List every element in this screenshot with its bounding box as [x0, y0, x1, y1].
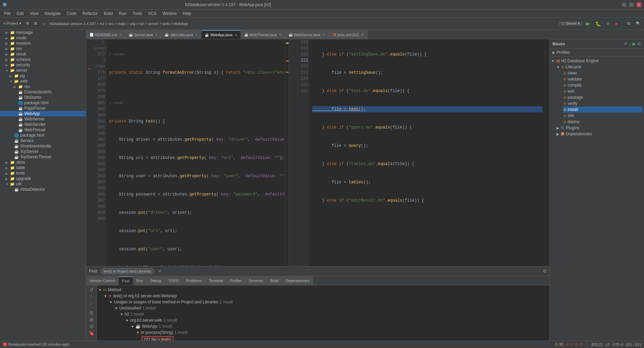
tree-item-webserver[interactable]: ▶ ☕ WebServer: [0, 116, 86, 122]
tree-item-tcpserverthread[interactable]: ▶ ☕ TcpServerThread: [0, 154, 86, 160]
tree-item-web[interactable]: ▼ 📂 web: [0, 78, 86, 84]
maven-lifecycle-item[interactable]: ▼ ⚙ Lifecycle: [556, 64, 643, 70]
bottom-tab-terminal[interactable]: Terminal: [205, 276, 227, 285]
tree-item-pg[interactable]: ▶ 📁 pg: [0, 73, 86, 78]
tab-jdbcutils[interactable]: ☕ JdbcUtils.java ✕: [161, 30, 201, 39]
tree-item-packagehtml[interactable]: ▶ 🌐 package.html: [0, 100, 86, 106]
bottom-tab-problems[interactable]: Problems: [183, 276, 205, 285]
tree-item-service[interactable]: ▶ ☕ Service: [0, 138, 86, 143]
bottom-tab-find[interactable]: Find: [119, 276, 133, 285]
usage-method-header[interactable]: ▼ m Method: [98, 287, 548, 293]
toolbar-minimize-sidebar[interactable]: ◁: [40, 20, 47, 27]
code-area-left[interactable]: 2 usages private static String formatAsE…: [106, 39, 285, 266]
menu-navigate[interactable]: Navigate: [42, 10, 63, 17]
usages-up-btn[interactable]: ↑: [90, 294, 93, 299]
tree-item-webservlet[interactable]: ▶ ☕ WebServlet: [0, 122, 86, 127]
menu-refactor[interactable]: Refactor: [80, 10, 100, 17]
maven-refresh-btn[interactable]: ↺: [624, 41, 627, 46]
menu-tools[interactable]: Tools: [130, 10, 145, 17]
find-badge[interactable]: test() in Project and Libraries: [101, 268, 154, 274]
tab-close-server[interactable]: ✕: [155, 33, 157, 37]
tab-server[interactable]: ☕ Server.java ✕: [125, 30, 161, 39]
coverage-button[interactable]: ⊙: [604, 20, 612, 27]
bottom-tab-todo[interactable]: TODO: [165, 276, 183, 285]
maven-root-item[interactable]: ▼ 🍂 H2 Database Engine: [551, 58, 643, 64]
menu-code[interactable]: Code: [64, 10, 79, 17]
tree-item-res[interactable]: ▶ 📁 res: [0, 46, 86, 51]
tab-close-jdbc[interactable]: ✕: [195, 33, 198, 37]
tab-webserver[interactable]: ☕ WebServer.java ✕: [285, 30, 328, 39]
project-button[interactable]: ≡ Project ▾: [1, 20, 23, 27]
usage-h2-header[interactable]: ▼ h2 1 result: [120, 311, 548, 317]
tree-item-tools[interactable]: ▶ 📁 tools: [0, 170, 86, 176]
tab-close-pom[interactable]: ✕: [361, 33, 364, 37]
tree-item-tcpserver[interactable]: ▶ ☕ TcpServer: [0, 149, 86, 154]
window-controls[interactable]: — □ ✕: [622, 2, 641, 7]
error-count-4[interactable]: ⊗ 4: [566, 342, 572, 347]
bottom-tab-build[interactable]: Build: [267, 276, 282, 285]
run-button[interactable]: ▶: [584, 19, 592, 28]
tree-item-upgrade[interactable]: ▶ 📁 upgrade: [0, 176, 86, 181]
usages-expand-btn[interactable]: ⊟: [90, 324, 94, 329]
tree-item-webapp[interactable]: ▶ ☕ WebApp: [0, 111, 86, 116]
maven-settings-btn[interactable]: ⚙: [637, 41, 641, 46]
tab-close-webapp[interactable]: ✕: [234, 33, 237, 37]
usages-filter-btn[interactable]: ⊞: [90, 317, 94, 322]
menu-build[interactable]: Build: [101, 10, 116, 17]
maven-profiles-item[interactable]: ▶ Profiles: [552, 49, 641, 55]
close-button[interactable]: ✕: [637, 2, 641, 7]
tab-close-webserver[interactable]: ✕: [322, 33, 325, 37]
maven-site-item[interactable]: ⚙ site: [563, 113, 643, 119]
bottom-tab-run[interactable]: Run: [133, 276, 147, 285]
maven-deploy-item[interactable]: ⚙ deploy: [563, 119, 643, 125]
maven-plugins-item[interactable]: ▶ 🔌 Plugins: [556, 125, 643, 131]
maven-test-item[interactable]: ⚙ test: [563, 88, 643, 94]
search-everywhere[interactable]: 🔍: [634, 20, 643, 27]
tree-item-server[interactable]: ▼ 📂 server: [0, 68, 86, 73]
tree-item-connectioninfo[interactable]: ▶ ☕ ConnectionInfo: [0, 89, 86, 95]
menu-window[interactable]: Window: [160, 10, 180, 17]
bottom-tab-debug[interactable]: Debug: [147, 276, 165, 285]
code-area-right[interactable]: } else if ("settingSave.do".equals(file)…: [309, 39, 545, 266]
maximize-button[interactable]: □: [629, 2, 634, 7]
tab-webapp[interactable]: ☕ WebApp.java ✕: [201, 30, 241, 39]
usage-process-header[interactable]: ▼ m process(String) 1 result: [136, 329, 548, 335]
maven-clean-item[interactable]: ⚙ clean: [563, 70, 643, 76]
menu-file[interactable]: File: [1, 10, 13, 17]
stop-button[interactable]: ■: [613, 20, 619, 27]
usage-usages-header[interactable]: ▼ Usages or usages of base method in Pro…: [109, 299, 548, 305]
menu-run[interactable]: Run: [116, 10, 129, 17]
menu-vcs[interactable]: VCS: [145, 10, 159, 17]
menu-view[interactable]: View: [27, 10, 41, 17]
usage-result-box[interactable]: 221 file = test();: [142, 336, 174, 341]
bottom-tab-services[interactable]: Services: [246, 276, 267, 285]
minimize-button[interactable]: —: [622, 2, 626, 7]
bottom-tab-version-control[interactable]: Version Control: [86, 276, 119, 285]
maven-dependencies-item[interactable]: ▶ 📦 Dependencies: [556, 131, 643, 137]
maven-validate-item[interactable]: ⚙ validate: [563, 76, 643, 82]
maven-install-item[interactable]: ⚙ install: [563, 107, 643, 113]
tree-item-pageparser[interactable]: ▶ ☕ PageParser: [0, 106, 86, 111]
usage-test-header[interactable]: ▼ ⊗ test() of org.h2.server.web.WebApp: [104, 293, 548, 299]
usage-package-header[interactable]: ▼ org.h2.server.web 1 result: [125, 317, 548, 323]
tree-item-store[interactable]: ▶ 📁 store: [0, 160, 86, 165]
tab-pomxml[interactable]: 🍂 pom.xml (h2) ✕: [329, 30, 368, 39]
bottom-tab-dependencies[interactable]: Dependencies: [282, 276, 313, 285]
maven-run-btn[interactable]: ▶: [633, 41, 636, 46]
tree-item-package-html2[interactable]: ▶ 🌐 package.html: [0, 133, 86, 138]
tree-item-mode[interactable]: ▶ 📁 mode: [0, 35, 86, 41]
tree-item-dbstarter[interactable]: ▶ ☕ DbStarter: [0, 95, 86, 100]
usage-unclassified-header[interactable]: ▼ Unclassified 1 result: [115, 305, 548, 311]
menu-edit[interactable]: Edit: [14, 10, 26, 17]
maven-package-item[interactable]: ⚙ package: [563, 94, 643, 100]
maven-download-btn[interactable]: ↓: [629, 41, 631, 46]
find-close-button[interactable]: ✕: [158, 269, 162, 274]
usages-settings-btn[interactable]: ⚙: [89, 310, 94, 316]
tree-item-res2[interactable]: ▶ 📁 res: [0, 84, 86, 89]
tree-item-security[interactable]: ▶ 📁 security: [0, 62, 86, 68]
tab-close-webthread[interactable]: ✕: [279, 33, 281, 37]
usages-bookmark-btn[interactable]: 🔖: [89, 330, 94, 336]
usage-result-row[interactable]: 221 file = test();: [142, 335, 548, 341]
tree-item-webthread[interactable]: ▶ ☕ WebThread: [0, 127, 86, 133]
tree-item-message[interactable]: ▶ 📁 message: [0, 30, 86, 35]
